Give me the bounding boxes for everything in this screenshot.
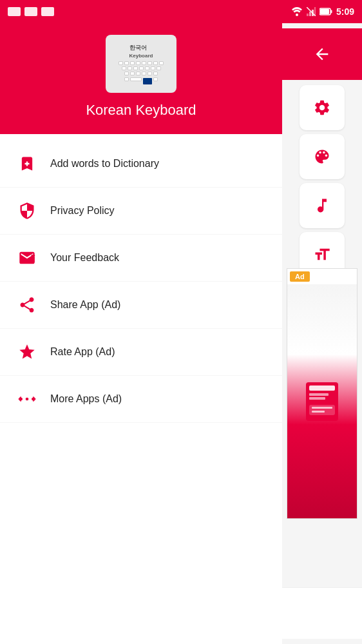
bookmark-add-icon bbox=[15, 152, 39, 175]
app-header: 한국어Keyboard Korean Keyboar bbox=[0, 23, 282, 134]
sidebar-bottom bbox=[282, 587, 362, 639]
back-button[interactable] bbox=[282, 28, 362, 80]
shield-icon bbox=[15, 199, 39, 222]
menu-label-more: More Apps (Ad) bbox=[50, 393, 122, 405]
battery-icon bbox=[319, 8, 332, 15]
svg-rect-15 bbox=[309, 397, 325, 400]
menu-label-share: Share App (Ad) bbox=[50, 299, 120, 311]
more-apps-icon bbox=[15, 387, 39, 411]
svg-rect-17 bbox=[312, 407, 332, 409]
svg-rect-1 bbox=[307, 14, 309, 16]
palette-icon bbox=[313, 148, 331, 166]
ad-content bbox=[287, 284, 357, 518]
ad-badge: Ad bbox=[290, 271, 310, 282]
main-content: 한국어Keyboard Korean Keyboar bbox=[0, 23, 282, 644]
settings-button[interactable] bbox=[300, 85, 345, 130]
svg-rect-8 bbox=[320, 9, 329, 14]
menu-item-feedback[interactable]: Your Feedback bbox=[0, 235, 282, 282]
app-icon-image: 한국어Keyboard bbox=[106, 35, 176, 93]
menu-item-rate[interactable]: Rate App (Ad) bbox=[0, 329, 282, 376]
menu-label-privacy: Privacy Policy bbox=[50, 205, 115, 217]
menu-list: Add words to Dictionary Privacy Policy Y… bbox=[0, 134, 282, 429]
menu-item-privacy[interactable]: Privacy Policy bbox=[0, 188, 282, 235]
email-icon bbox=[15, 246, 39, 269]
menu-label-rate: Rate App (Ad) bbox=[50, 346, 115, 358]
ad-panel: Ad bbox=[287, 268, 357, 519]
gear-icon bbox=[313, 99, 331, 117]
app-icon-3 bbox=[41, 7, 54, 16]
menu-label-feedback: Your Feedback bbox=[50, 252, 119, 264]
right-sidebar: Ad bbox=[282, 23, 362, 644]
wifi-icon bbox=[291, 7, 303, 16]
music-button[interactable] bbox=[300, 183, 345, 228]
music-note-icon bbox=[313, 197, 331, 215]
signal-icon bbox=[307, 7, 316, 16]
status-bar-right: 5:09 bbox=[291, 6, 354, 17]
svg-rect-14 bbox=[309, 393, 329, 396]
app-icon-2 bbox=[24, 7, 37, 16]
share-icon bbox=[15, 293, 39, 317]
svg-rect-2 bbox=[309, 12, 311, 16]
menu-item-share[interactable]: Share App (Ad) bbox=[0, 282, 282, 329]
svg-rect-7 bbox=[330, 10, 332, 14]
status-bar-left bbox=[8, 7, 54, 16]
svg-point-10 bbox=[26, 398, 29, 401]
svg-rect-16 bbox=[309, 405, 335, 415]
svg-point-0 bbox=[296, 14, 298, 16]
ad-image bbox=[303, 376, 341, 427]
menu-item-dictionary[interactable]: Add words to Dictionary bbox=[0, 141, 282, 188]
palette-button[interactable] bbox=[300, 134, 345, 179]
app-title: Korean Keyboard bbox=[86, 102, 196, 119]
menu-label-dictionary: Add words to Dictionary bbox=[50, 158, 159, 170]
status-bar: 5:09 bbox=[0, 0, 362, 23]
star-rate-icon bbox=[15, 340, 39, 364]
app-icon-1 bbox=[8, 7, 21, 16]
svg-rect-18 bbox=[312, 411, 325, 413]
menu-item-more[interactable]: More Apps (Ad) bbox=[0, 376, 282, 423]
clock: 5:09 bbox=[336, 6, 354, 17]
back-arrow-icon bbox=[313, 45, 331, 63]
svg-rect-13 bbox=[309, 385, 335, 391]
font-icon bbox=[313, 246, 331, 264]
